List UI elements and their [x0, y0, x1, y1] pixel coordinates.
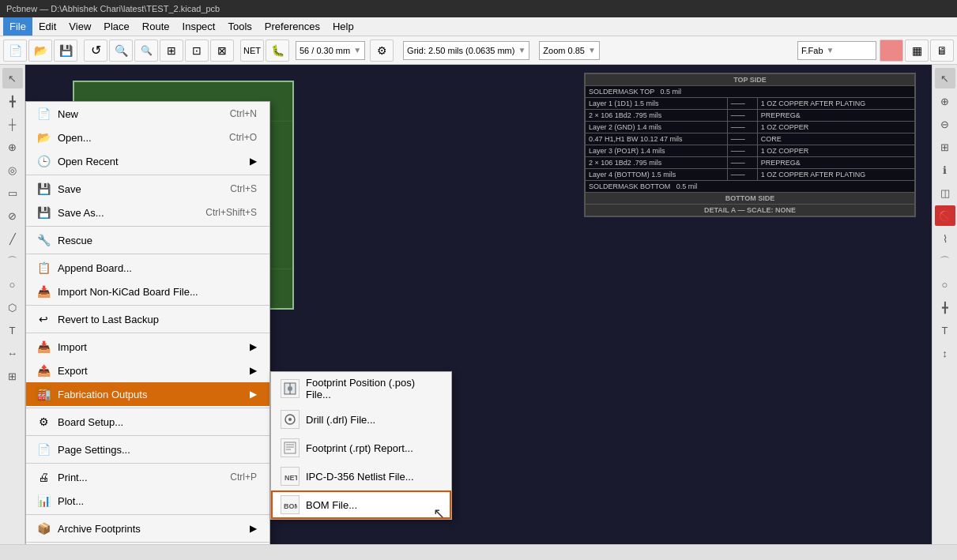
- menu-view[interactable]: View: [62, 17, 97, 36]
- right-cursor-icon[interactable]: ↖: [935, 68, 955, 88]
- right-layers-icon[interactable]: ◫: [935, 182, 955, 203]
- sidebar-route-icon[interactable]: ╋: [2, 91, 23, 111]
- sidebar-circle-icon[interactable]: ○: [2, 274, 23, 295]
- toolbar-netlist-btn[interactable]: NET: [240, 39, 264, 62]
- menu-route[interactable]: Route: [136, 17, 176, 36]
- menu-inspect[interactable]: Inspect: [176, 17, 222, 36]
- menu-item-board-setup[interactable]: ⚙ Board Setup...: [26, 410, 269, 434]
- save-icon: 💾: [36, 181, 51, 197]
- archive-footprints-icon: 📦: [36, 521, 51, 536]
- right-circle2-icon[interactable]: ○: [935, 274, 955, 295]
- svg-point-5: [288, 386, 292, 391]
- archive-footprints-arrow: ▶: [250, 523, 257, 534]
- right-connect-icon[interactable]: ⌇: [935, 228, 955, 249]
- toolbar-save-btn[interactable]: 💾: [54, 39, 77, 62]
- svg-rect-10: [284, 442, 296, 453]
- sidebar-route2-icon[interactable]: ┼: [2, 114, 23, 134]
- menu-tools[interactable]: Tools: [221, 17, 258, 36]
- toolbar-settings-btn[interactable]: ⚙: [370, 39, 394, 62]
- menu-item-revert[interactable]: ↩ Revert to Last Backup: [26, 307, 269, 331]
- layer-select[interactable]: F.Fab ▼: [797, 41, 876, 60]
- menu-item-fab-outputs[interactable]: 🏭 Fabrication Outputs ▶: [26, 382, 269, 406]
- fab-submenu: Footprint Position (.pos) File... Drill …: [270, 371, 452, 520]
- print-icon: 🖨: [36, 469, 51, 485]
- menu-item-save-as[interactable]: 💾 Save As... Ctrl+Shift+S: [26, 201, 269, 224]
- toolbar-zoom-fit-btn[interactable]: ⊞: [160, 39, 183, 62]
- cursor-indicator: ↖: [433, 505, 445, 522]
- menu-item-page-settings[interactable]: 📄 Page Settings...: [26, 438, 269, 461]
- fab-submenu-footprint-rpt[interactable]: Footprint (.rpt) Report...: [271, 434, 451, 462]
- toolbar-3d-btn[interactable]: 🖥: [930, 39, 954, 62]
- toolbar-undo-btn[interactable]: ↺: [84, 39, 107, 62]
- toolbar-layers-btn[interactable]: ▦: [905, 39, 929, 62]
- sidebar-dim-icon[interactable]: ↔: [2, 343, 23, 363]
- toolbar-zoom-in-btn[interactable]: 🔍: [109, 39, 133, 62]
- menu-item-append-board[interactable]: 📋 Append Board...: [26, 256, 269, 280]
- menu-item-new[interactable]: 📄 New Ctrl+N: [26, 102, 269, 126]
- right-grid-icon[interactable]: ⊞: [935, 137, 955, 157]
- sidebar-keepout-icon[interactable]: ⊘: [2, 205, 23, 226]
- sidebar-arc-icon[interactable]: ⌒: [2, 251, 23, 272]
- sep-2: [26, 226, 269, 227]
- menu-item-archive-footprints[interactable]: 📦 Archive Footprints ▶: [26, 517, 269, 540]
- revert-icon: ↩: [36, 311, 51, 327]
- menu-item-print[interactable]: 🖨 Print... Ctrl+P: [26, 465, 269, 489]
- fab-submenu-ipc-netlist[interactable]: NET IPC-D-356 Netlist File...: [271, 462, 451, 490]
- svg-text:BOM: BOM: [284, 502, 297, 510]
- menu-file[interactable]: File: [3, 17, 32, 36]
- sidebar-cursor-icon[interactable]: ↖: [2, 68, 23, 88]
- page-settings-icon: 📄: [36, 442, 51, 457]
- ipc-netlist-icon: NET: [281, 467, 300, 486]
- menu-help[interactable]: Help: [326, 17, 360, 36]
- sep-1: [26, 175, 269, 175]
- sidebar-via-icon[interactable]: ◎: [2, 160, 23, 180]
- zoom-display: Zoom 0.85 ▼: [539, 41, 600, 60]
- menu-item-rescue[interactable]: 🔧 Rescue: [26, 228, 269, 252]
- toolbar-zoom-out-btn[interactable]: 🔍: [134, 39, 158, 62]
- menu-item-save[interactable]: 💾 Save Ctrl+S: [26, 177, 269, 201]
- menu-item-import-nonkicad[interactable]: 📥 Import Non-KiCad Board File...: [26, 280, 269, 303]
- sidebar-footprint-icon[interactable]: ⊞: [2, 366, 23, 386]
- right-net-icon[interactable]: 🚫: [935, 205, 955, 226]
- toolbar-refresh-btn[interactable]: ⊠: [210, 39, 234, 62]
- fab-submenu-footprint-pos[interactable]: Footprint Position (.pos) File...: [271, 372, 451, 405]
- right-sidebar: ↖ ⊕ ⊖ ⊞ ℹ ◫ 🚫 ⌇ ⌒ ○ ╋ T ↕: [932, 65, 957, 544]
- menu-item-open-recent[interactable]: 🕒 Open Recent ▶: [26, 149, 269, 173]
- sidebar-text-icon[interactable]: T: [2, 320, 23, 340]
- menu-item-export[interactable]: 📤 Export ▶: [26, 359, 269, 382]
- toolbar-new-btn[interactable]: 📄: [3, 39, 27, 62]
- toolbar-layer-color-btn[interactable]: [880, 39, 903, 62]
- menu-preferences[interactable]: Preferences: [258, 17, 326, 36]
- fab-submenu-drill[interactable]: Drill (.drl) File...: [271, 405, 451, 434]
- open-icon: 📂: [36, 130, 51, 145]
- sidebar-poly-icon[interactable]: ⬡: [2, 297, 23, 318]
- right-info-icon[interactable]: ℹ: [935, 160, 955, 180]
- right-zoom-out-icon[interactable]: ⊖: [935, 114, 955, 134]
- bom-icon: BOM: [281, 495, 300, 514]
- toolbar-drc-btn[interactable]: 🐛: [266, 39, 289, 62]
- sidebar-zone-icon[interactable]: ▭: [2, 182, 23, 203]
- canvas-area: SIERRA CIRCUITS DEMO DESIGN KiCad TOP SI…: [25, 65, 932, 544]
- sidebar-line-icon[interactable]: ╱: [2, 228, 23, 249]
- menu-place[interactable]: Place: [97, 17, 136, 36]
- rescue-icon: 🔧: [36, 232, 51, 248]
- right-dim-icon[interactable]: ↕: [935, 343, 955, 363]
- sep-9: [26, 514, 269, 515]
- menu-item-import[interactable]: 📥 Import ▶: [26, 335, 269, 359]
- toolbar-zoom-actual-btn[interactable]: ⊡: [185, 39, 209, 62]
- fab-outputs-icon: 🏭: [36, 386, 51, 402]
- right-arc-icon[interactable]: ⌒: [935, 251, 955, 272]
- fab-submenu-bom[interactable]: BOM BOM File... ↖: [271, 490, 451, 519]
- toolbar-open-btn[interactable]: 📂: [28, 39, 52, 62]
- menu-item-open[interactable]: 📂 Open... Ctrl+O: [26, 126, 269, 149]
- menu-item-plot[interactable]: 📊 Plot...: [26, 489, 269, 513]
- right-zoom-icon[interactable]: ⊕: [935, 91, 955, 111]
- menu-edit[interactable]: Edit: [32, 17, 62, 36]
- right-cross-icon[interactable]: ╋: [935, 297, 955, 318]
- right-t-icon[interactable]: T: [935, 320, 955, 340]
- specs-table: TOP SIDE SOLDERMASK TOP 0.5 mil Layer 1 …: [584, 73, 916, 217]
- grid-display: Grid: 2.50 mils (0.0635 mm) ▼: [403, 41, 529, 60]
- title-text: Pcbnew — D:\Abhishek Chari\latest\TEST_2…: [6, 4, 220, 13]
- sidebar-pad-icon[interactable]: ⊕: [2, 137, 23, 157]
- svg-text:NET: NET: [284, 474, 297, 482]
